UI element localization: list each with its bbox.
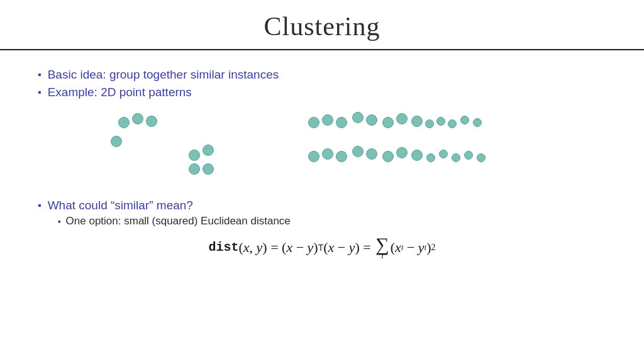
dot: [366, 148, 377, 160]
formula-comma: ,: [250, 239, 257, 256]
main-content: Basic idea: group together similar insta…: [0, 50, 644, 194]
formula-yi: y: [418, 239, 425, 256]
dot: [366, 114, 377, 126]
dot: [146, 116, 157, 127]
bullet-item-2: Example: 2D point patterns: [38, 85, 606, 99]
dot: [352, 112, 364, 123]
formula-part: (: [238, 239, 243, 256]
formula-x2: x: [286, 239, 292, 256]
dot-patterns: [38, 106, 606, 194]
dot: [382, 151, 394, 162]
dot: [411, 150, 423, 161]
formula-xi: x: [395, 239, 401, 256]
slide-title: Clustering: [0, 11, 644, 41]
formula-area: dist ( x , y ) = ( x − y ) T ( x − y ) =…: [38, 235, 606, 260]
formula-close-paren: ) = (: [262, 239, 286, 256]
dot: [308, 151, 319, 162]
dot: [189, 150, 200, 161]
dot: [322, 114, 333, 126]
slide-header: Clustering: [0, 0, 644, 50]
transpose-symbol: T: [318, 243, 324, 253]
formula-minus2: −: [334, 239, 348, 256]
formula-close2: ): [313, 239, 318, 256]
dot: [396, 113, 408, 124]
formula-close4: ): [426, 239, 431, 256]
dot: [460, 116, 469, 124]
formula-open3: (: [323, 239, 328, 256]
dot: [452, 153, 460, 162]
formula-y: y: [257, 239, 263, 256]
dot: [322, 148, 333, 160]
dot: [477, 153, 486, 162]
formula-y3: y: [349, 239, 355, 256]
dot: [336, 151, 347, 162]
dot: [473, 118, 482, 127]
dot: [203, 145, 214, 156]
bullet-item-1: Basic idea: group together similar insta…: [38, 68, 606, 82]
dot: [336, 117, 347, 128]
math-formula: dist ( x , y ) = ( x − y ) T ( x − y ) =…: [208, 235, 435, 260]
dot: [308, 117, 319, 128]
formula-minus: −: [292, 239, 307, 256]
main-bullet-list: Basic idea: group together similar insta…: [38, 68, 606, 99]
dot: [436, 117, 445, 126]
squared-symbol: 2: [431, 243, 436, 253]
dot: [426, 153, 435, 162]
dot: [382, 117, 394, 128]
sigma-symbol: ∑ i: [375, 235, 389, 260]
dot: [439, 150, 448, 158]
formula-y2: y: [308, 239, 314, 256]
dist-text: dist: [208, 240, 238, 255]
similar-bullet: What could “similar” mean?: [38, 199, 606, 212]
dot: [118, 117, 130, 128]
dot: [132, 113, 143, 124]
formula-x3: x: [328, 239, 335, 256]
dot: [411, 116, 423, 127]
dot: [111, 136, 122, 147]
dot: [448, 119, 457, 128]
formula-open4: (: [391, 239, 395, 256]
bottom-section: What could “similar” mean? One option: s…: [0, 199, 644, 260]
slide: Clustering Basic idea: group together si…: [0, 0, 644, 362]
dot: [425, 119, 434, 128]
sub-bullet-euclidean: One option: small (squared) Euclidean di…: [58, 215, 606, 228]
dot: [396, 147, 408, 158]
formula-minus3: −: [403, 239, 418, 256]
dot: [464, 151, 473, 160]
dot: [203, 163, 214, 175]
bottom-bullet-list: What could “similar” mean?: [38, 199, 606, 212]
dot: [352, 146, 364, 157]
formula-close3: ) =: [355, 239, 375, 256]
formula-x: x: [243, 239, 250, 256]
dot: [189, 163, 200, 175]
